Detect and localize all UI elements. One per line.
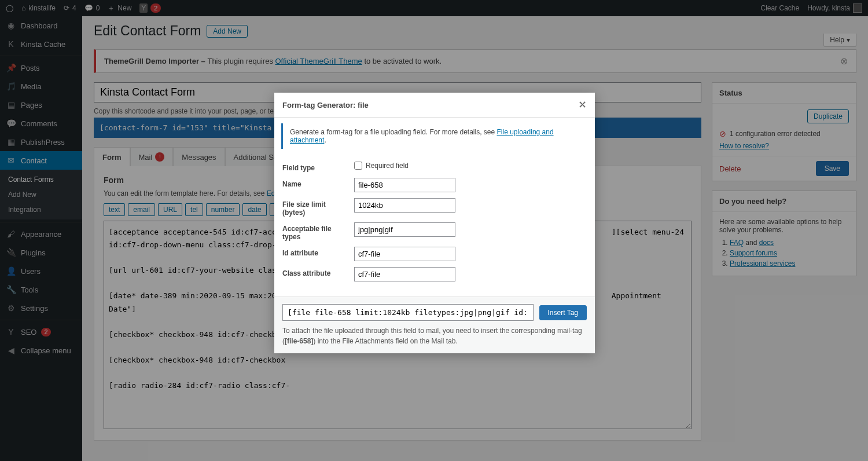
types-input[interactable] [354,222,455,237]
insert-tag-button[interactable]: Insert Tag [539,305,587,320]
close-icon[interactable]: ✕ [578,98,587,111]
types-label: Acceptable file types [282,222,346,241]
required-checkbox[interactable] [354,162,362,170]
modal-title: Form-tag Generator: file [282,101,369,109]
name-label: Name [282,178,346,188]
class-input[interactable] [354,267,455,281]
tag-output[interactable] [282,304,534,321]
id-attr-label: Id attribute [282,247,346,257]
name-input[interactable] [354,178,455,192]
field-type-label: Field type [282,162,346,172]
modal-info: Generate a form-tag for a file uploading… [281,123,588,149]
id-input[interactable] [354,247,455,261]
required-label: Required field [366,162,409,170]
form-tag-modal: Form-tag Generator: file ✕ Generate a fo… [274,93,595,353]
modal-footnote: To attach the file uploaded through this… [282,325,587,346]
limit-input[interactable] [354,198,455,213]
limit-label: File size limit (bytes) [282,198,346,217]
class-attr-label: Class attribute [282,267,346,277]
